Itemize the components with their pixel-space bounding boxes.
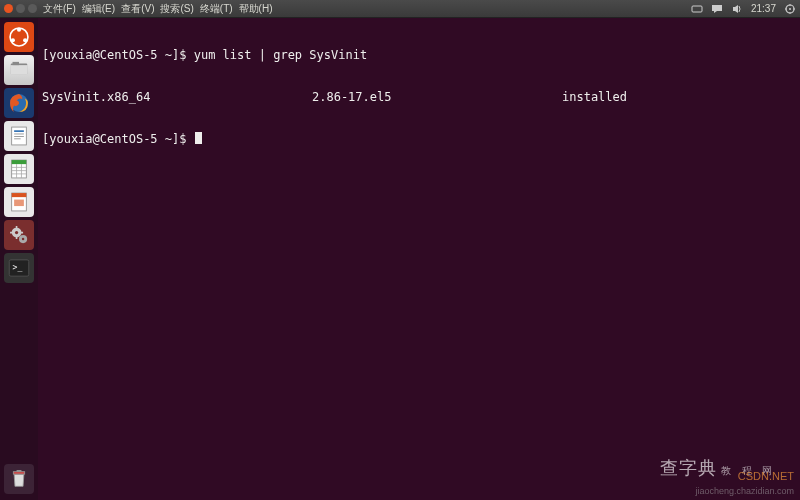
menu-file[interactable]: 文件(F)	[43, 2, 76, 16]
svg-point-2	[789, 8, 791, 10]
session-icon[interactable]	[784, 3, 796, 15]
minimize-icon[interactable]	[16, 4, 25, 13]
svg-rect-0	[692, 6, 702, 12]
cursor	[195, 132, 202, 144]
prompt: [youxia@CentOS-5 ~]$	[42, 48, 194, 62]
watermark-text: 查字典	[660, 458, 717, 478]
svg-rect-27	[13, 472, 24, 474]
svg-rect-28	[17, 470, 22, 472]
terminal-icon[interactable]: >_	[4, 253, 34, 283]
files-icon[interactable]	[4, 55, 34, 85]
launcher: >_	[0, 18, 38, 500]
svg-point-6	[23, 38, 27, 42]
svg-rect-19	[12, 193, 27, 197]
svg-rect-17	[12, 160, 27, 164]
writer-icon[interactable]	[4, 121, 34, 151]
watermark-url: jiaocheng.chazidian.com	[695, 486, 794, 496]
watermark-corner: CSDN.NET	[738, 470, 794, 482]
prompt: [youxia@CentOS-5 ~]$	[42, 132, 194, 146]
svg-rect-20	[14, 200, 24, 207]
impress-icon[interactable]	[4, 187, 34, 217]
menu-view[interactable]: 查看(V)	[121, 2, 154, 16]
calc-icon[interactable]	[4, 154, 34, 184]
svg-text:>_: >_	[13, 262, 23, 272]
svg-rect-8	[11, 65, 27, 75]
terminal-line: SysVinit.x86_642.86-17.el5installed	[42, 90, 796, 104]
svg-point-22	[15, 231, 18, 234]
svg-rect-15	[14, 138, 21, 139]
clock[interactable]: 21:37	[751, 3, 776, 14]
svg-rect-12	[14, 130, 24, 132]
menu-terminal[interactable]: 终端(T)	[200, 2, 233, 16]
messaging-icon[interactable]	[711, 3, 723, 15]
top-panel: 文件(F) 编辑(E) 查看(V) 搜索(S) 终端(T) 帮助(H) 21:3…	[0, 0, 800, 18]
window-controls	[4, 4, 37, 13]
terminal-line: [youxia@CentOS-5 ~]$	[42, 132, 796, 146]
trash-icon[interactable]	[4, 464, 34, 494]
svg-rect-14	[14, 136, 24, 137]
terminal[interactable]: [youxia@CentOS-5 ~]$ yum list | grep Sys…	[38, 18, 800, 500]
volume-icon[interactable]	[731, 3, 743, 15]
keyboard-icon[interactable]	[691, 3, 703, 15]
svg-point-4	[17, 28, 21, 32]
pkg-version: 2.86-17.el5	[312, 90, 562, 104]
pkg-name: SysVinit.x86_64	[42, 90, 312, 104]
menu-edit[interactable]: 编辑(E)	[82, 2, 115, 16]
svg-rect-9	[13, 62, 20, 65]
menu-search[interactable]: 搜索(S)	[160, 2, 193, 16]
settings-icon[interactable]	[4, 220, 34, 250]
terminal-line: [youxia@CentOS-5 ~]$ yum list | grep Sys…	[42, 48, 796, 62]
indicator-area: 21:37	[691, 3, 796, 15]
menu-bar: 文件(F) 编辑(E) 查看(V) 搜索(S) 终端(T) 帮助(H)	[43, 2, 691, 16]
close-icon[interactable]	[4, 4, 13, 13]
svg-point-5	[11, 38, 15, 42]
svg-point-24	[22, 238, 24, 240]
svg-rect-13	[14, 134, 24, 135]
maximize-icon[interactable]	[28, 4, 37, 13]
menu-help[interactable]: 帮助(H)	[239, 2, 273, 16]
pkg-status: installed	[562, 90, 627, 104]
dash-icon[interactable]	[4, 22, 34, 52]
firefox-icon[interactable]	[4, 88, 34, 118]
command-text: yum list | grep SysVinit	[194, 48, 367, 62]
